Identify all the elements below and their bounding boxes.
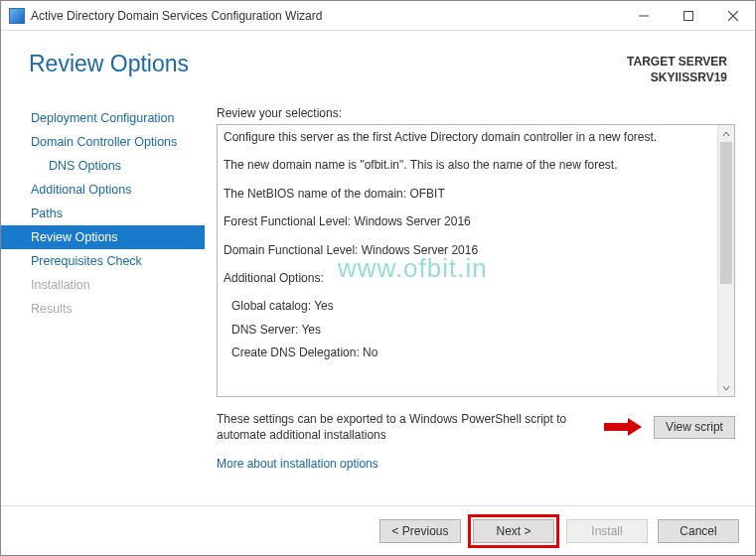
close-button[interactable] (710, 1, 755, 31)
review-line: The NetBIOS name of the domain: OFBIT (224, 186, 711, 203)
nav-item-paths[interactable]: Paths (1, 202, 205, 225)
nav-item-additional-options[interactable]: Additional Options (1, 178, 205, 202)
annotation-arrow-icon (604, 419, 644, 435)
main-panel: Review your selections: Configure this s… (205, 100, 755, 505)
target-server-block: TARGET SERVER SKYIISSRV19 (627, 51, 727, 85)
nav-item-domain-controller-options[interactable]: Domain Controller Options (1, 130, 205, 154)
review-line: Create DNS Delegation: No (224, 345, 711, 361)
cancel-button[interactable]: Cancel (658, 519, 739, 543)
review-line: Global catalog: Yes (224, 298, 711, 315)
review-line: The new domain name is "ofbit.in". This … (224, 157, 711, 174)
titlebar: Active Directory Domain Services Configu… (1, 1, 755, 31)
review-line: DNS Server: Yes (224, 322, 711, 339)
maximize-icon (683, 11, 693, 21)
svg-rect-0 (683, 11, 692, 20)
more-link[interactable]: More about installation options (217, 457, 735, 471)
install-button[interactable]: Install (566, 519, 648, 543)
nav-item-review-options[interactable]: Review Options (1, 225, 205, 249)
scrollbar[interactable] (717, 125, 734, 396)
review-content: Configure this server as the first Activ… (218, 125, 717, 396)
maximize-button[interactable] (666, 1, 710, 31)
chevron-down-icon (722, 384, 730, 392)
view-script-button[interactable]: View script (654, 416, 735, 439)
wizard-header: Review Options TARGET SERVER SKYIISSRV19 (1, 31, 755, 100)
minimize-button[interactable] (621, 1, 666, 31)
review-line: Domain Functional Level: Windows Server … (224, 242, 711, 259)
scroll-down-button[interactable] (718, 379, 734, 396)
wizard-nav: Deployment ConfigurationDomain Controlle… (1, 100, 205, 505)
window-title: Active Directory Domain Services Configu… (31, 9, 322, 23)
page-title: Review Options (29, 51, 189, 77)
export-text: These settings can be exported to a Wind… (217, 411, 594, 443)
chevron-up-icon (722, 130, 730, 138)
review-line: Configure this server as the first Activ… (224, 129, 711, 146)
review-line: Forest Functional Level: Windows Server … (224, 213, 711, 230)
wizard-footer: < Previous Next > Install Cancel (1, 505, 755, 555)
scroll-thumb[interactable] (720, 142, 732, 284)
nav-item-prerequisites-check[interactable]: Prerequisites Check (1, 249, 205, 273)
previous-button[interactable]: < Previous (379, 519, 461, 543)
review-line: Additional Options: (224, 270, 711, 287)
nav-item-dns-options[interactable]: DNS Options (1, 154, 205, 178)
nav-item-results: Results (1, 297, 205, 321)
scroll-up-button[interactable] (718, 125, 734, 142)
review-instruction: Review your selections: (217, 106, 735, 120)
next-highlight: Next > (471, 517, 556, 545)
app-icon (9, 8, 25, 24)
export-row: These settings can be exported to a Wind… (217, 411, 735, 443)
close-icon (728, 11, 738, 21)
target-server-label: TARGET SERVER (627, 55, 727, 70)
nav-item-installation: Installation (1, 273, 205, 297)
review-textbox[interactable]: Configure this server as the first Activ… (217, 124, 735, 397)
nav-item-deployment-configuration[interactable]: Deployment Configuration (1, 106, 205, 130)
next-button[interactable]: Next > (473, 519, 554, 543)
scroll-track[interactable] (718, 142, 734, 379)
target-server-value: SKYIISSRV19 (627, 70, 727, 86)
minimize-icon (639, 11, 649, 21)
